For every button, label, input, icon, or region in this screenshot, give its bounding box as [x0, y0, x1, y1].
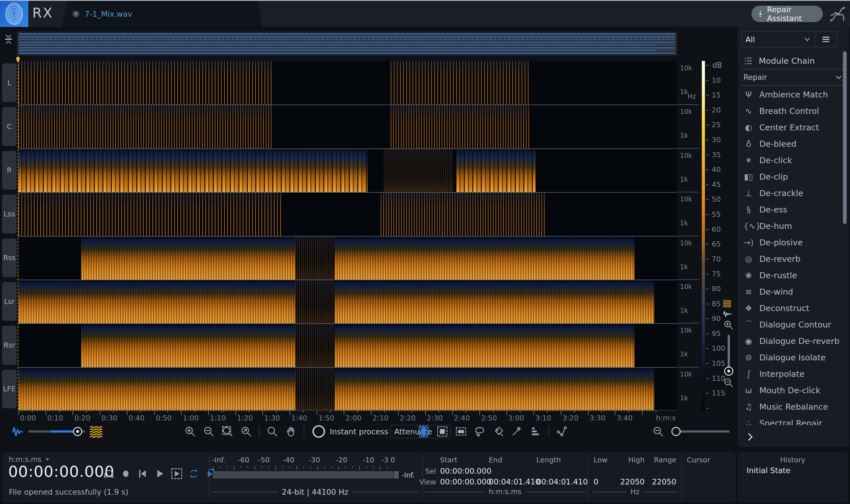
channel-label-R[interactable]: R: [2, 151, 16, 190]
magnifier-icon[interactable]: [266, 426, 278, 437]
vertical-zoom-slider-thumb[interactable]: [724, 366, 733, 376]
category-repair-header[interactable]: Repair: [738, 70, 849, 85]
play-selection-icon[interactable]: [171, 468, 183, 480]
spectrogram-display[interactable]: [18, 61, 677, 411]
channel-label-LFE[interactable]: LFE: [2, 370, 16, 408]
time-format-select[interactable]: h:m:s.ms: [9, 455, 51, 464]
module-item-mouth-de-click[interactable]: ωMouth De-click: [738, 382, 849, 399]
overview-collapse-icon[interactable]: [3, 33, 14, 46]
vertical-zoom-slider[interactable]: [728, 335, 730, 370]
vertical-zoom-in-icon[interactable]: [723, 320, 734, 330]
find-similar-icon[interactable]: [530, 426, 542, 437]
repair-assistant-button[interactable]: Repair Assistant: [752, 6, 823, 22]
module-item-de-bleed[interactable]: ♁De-bleed: [738, 136, 849, 152]
view-length-value[interactable]: 00:04:01.410: [536, 478, 587, 486]
signal-flow-icon[interactable]: [829, 5, 846, 23]
brush-selection-icon[interactable]: [492, 426, 504, 437]
module-item-de-wind[interactable]: ≋De-wind: [738, 284, 849, 300]
channel-label-Rss[interactable]: Rss: [2, 238, 16, 277]
module-item-music-rebalance[interactable]: ♫Music Rebalance: [738, 399, 849, 415]
spectrogram-view-icon[interactable]: [720, 299, 735, 308]
module-item-center-extract[interactable]: ◐Center Extract: [738, 119, 849, 136]
module-item-de-rustle[interactable]: ❀De-rustle: [738, 267, 849, 284]
module-item-de-click[interactable]: ✶De-click: [738, 152, 849, 168]
spectrogram-segment: [18, 149, 367, 192]
module-item-dialogue-isolate[interactable]: ⊜Dialogue Isolate: [738, 349, 849, 366]
time-unit-row: h:m:s.ms: [425, 488, 586, 496]
module-item-de-crackle[interactable]: ⊥De-crackle: [738, 185, 849, 201]
high-value[interactable]: 22050: [616, 478, 645, 486]
draw-curve-icon[interactable]: [556, 426, 568, 437]
skip-start-icon[interactable]: [137, 468, 149, 480]
balance-slider-thumb[interactable]: [73, 427, 82, 436]
module-item-ambience-match[interactable]: ΨAmbience Match: [738, 86, 849, 103]
module-item-de-reverb[interactable]: ◎De-reverb: [738, 251, 849, 267]
module-item-de-clip[interactable]: ▮▯De-clip: [738, 168, 849, 185]
playhead-time-display[interactable]: 00:00:00.000: [8, 463, 114, 481]
low-value[interactable]: 0: [594, 478, 598, 486]
zoom-in-icon[interactable]: [184, 426, 196, 437]
waveform-icon[interactable]: [11, 425, 24, 438]
headphones-icon[interactable]: [103, 468, 115, 480]
tab-close-icon[interactable]: [72, 10, 80, 18]
sel-start-value[interactable]: 00:00:00.000: [440, 467, 491, 475]
channel-label-Lss[interactable]: Lss: [2, 195, 16, 233]
time-tick-major: [263, 411, 263, 415]
module-item-dialogue-contour[interactable]: ⌒Dialogue Contour: [738, 317, 849, 333]
module-item-de-plosive[interactable]: →)De-plosive: [738, 234, 849, 251]
waveform-spectrogram-balance-slider[interactable]: [28, 430, 85, 433]
time-frequency-selection-icon[interactable]: [436, 426, 448, 437]
loop-icon[interactable]: [188, 468, 200, 480]
channel-label-Lsr[interactable]: Lsr: [2, 282, 16, 321]
play-icon[interactable]: [154, 468, 166, 480]
time-tick-minor: [195, 411, 195, 413]
frequency-selection-icon[interactable]: [455, 426, 467, 437]
horizontal-zoom-slider[interactable]: [671, 430, 729, 433]
file-tab[interactable]: 7-1_Mix.wav: [62, 1, 263, 27]
instant-process-icon[interactable]: [312, 425, 326, 438]
module-item-de-ess[interactable]: §De-ess: [738, 201, 849, 218]
horizontal-zoom-thumb[interactable]: [671, 427, 681, 436]
magic-wand-icon[interactable]: [511, 426, 523, 437]
record-icon[interactable]: [120, 468, 132, 480]
spectrogram-icon[interactable]: [89, 425, 103, 438]
panel-collapse-icon[interactable]: [745, 431, 755, 443]
channel-label-C[interactable]: C: [2, 107, 16, 146]
view-end-value[interactable]: 00:04:01.410: [489, 478, 540, 486]
time-ruler[interactable]: 0:000:100:200:300:400:501:001:101:201:30…: [18, 410, 677, 422]
view-start-value[interactable]: 00:00:00.000: [440, 478, 491, 486]
time-tick-label: 2:10: [373, 414, 388, 422]
module-list-scrollbar[interactable]: [843, 51, 847, 224]
divider: [741, 85, 846, 86]
waveform-view-icon[interactable]: [721, 309, 733, 319]
waveform-overview[interactable]: [17, 32, 677, 55]
panel-menu-button[interactable]: [815, 32, 837, 47]
module-item-interpolate[interactable]: ∫Interpolate: [738, 366, 849, 382]
db-tick: [706, 184, 709, 185]
time-selection-icon[interactable]: [418, 426, 430, 437]
playhead-marker[interactable]: [14, 54, 22, 64]
zoom-out-icon[interactable]: [203, 426, 215, 437]
history-item[interactable]: Initial State: [746, 466, 791, 475]
module-filter-select[interactable]: All: [742, 32, 815, 47]
channel-label-L[interactable]: L: [2, 64, 16, 102]
zoom-selection-icon[interactable]: [221, 426, 233, 437]
hand-icon[interactable]: [285, 426, 297, 437]
module-item-deconstruct[interactable]: ❖Deconstruct: [738, 300, 849, 317]
module-chain-item[interactable]: Module Chain: [738, 53, 849, 69]
overview-wave: [19, 36, 675, 38]
module-item-spectral-repair[interactable]: ∴Spectral Repair: [738, 415, 849, 425]
module-item-breath-control[interactable]: ∿Breath Control: [738, 103, 849, 119]
view-balance-group: [11, 423, 103, 440]
vertical-zoom-out-icon[interactable]: [723, 377, 734, 388]
module-item-dialogue-de-reverb[interactable]: ◉Dialogue De-reverb: [738, 333, 849, 349]
module-item-de-hum[interactable]: {∿}De-hum: [738, 218, 849, 234]
zoom-fit-icon[interactable]: [240, 426, 252, 437]
range-value[interactable]: 22050: [648, 478, 676, 486]
dialogue-isolate-icon: ⊜: [743, 353, 754, 362]
lasso-selection-icon[interactable]: [474, 426, 486, 437]
meter-tick: [255, 466, 255, 470]
horizontal-zoom-out-icon[interactable]: [652, 426, 664, 437]
channel-label-Rsr[interactable]: Rsr: [2, 326, 16, 364]
hamburger-icon: [821, 35, 831, 44]
